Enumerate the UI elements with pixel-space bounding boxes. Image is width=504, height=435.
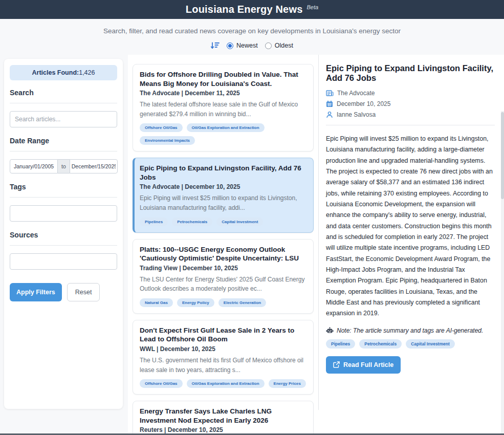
detail-title: Epic Piping to Expand Livingston Facilit… [326, 63, 495, 83]
detail-body: Epic Piping will invest $25 million to e… [326, 134, 495, 319]
article-detail-panel: Epic Piping to Expand Livingston Facilit… [318, 55, 504, 410]
detail-author: Ianne Salvosa [337, 111, 376, 118]
read-full-article-button[interactable]: Read Full Article [326, 356, 401, 374]
tag-chip: Environmental Impacts [140, 136, 195, 145]
ai-note: Note: The article summary and tags are A… [326, 327, 495, 334]
sort-oldest-option[interactable]: Oldest [265, 42, 293, 49]
divider [10, 103, 117, 103]
article-snippet: The U.S. government held its first Gulf … [140, 356, 306, 375]
tag-chip: Capital Investment [216, 217, 263, 226]
article-title: Epic Piping to Expand Livingston Facilit… [140, 164, 306, 182]
sort-newest-label: Newest [236, 42, 258, 49]
scrollbar-thumb[interactable] [501, 112, 504, 199]
article-card[interactable]: Bids for Offshore Drilling Doubled in Va… [133, 64, 314, 151]
sort-newest-option[interactable]: Newest [227, 42, 258, 49]
tag-chip: Energy Prices [269, 379, 306, 388]
sort-controls: Newest Oldest [0, 35, 504, 55]
date-to-input[interactable] [70, 159, 118, 173]
apply-filters-button[interactable]: Apply Filters [10, 283, 62, 301]
app-subtitle: Search, filter, and read curated news co… [0, 19, 504, 35]
app-header: Louisiana Energy News Beta [0, 0, 504, 19]
article-card[interactable]: Platts: 100--USGC Energy Economy Outlook… [133, 239, 314, 314]
divider [326, 125, 495, 125]
person-icon [326, 111, 333, 118]
article-tags: Offshore Oil/GasOil/Gas Exploration and … [140, 123, 306, 145]
tag-chip: Energy Policy [177, 298, 214, 307]
detail-source: The Advocate [337, 90, 375, 97]
tag-chip: Natural Gas [140, 298, 173, 307]
article-list: Bids for Offshore Drilling Doubled in Va… [128, 55, 318, 435]
tag-chip: Petrochemicals [359, 339, 402, 349]
tag-chip: Capital Investment [406, 339, 455, 349]
sort-oldest-label: Oldest [275, 42, 293, 49]
article-title: Platts: 100--USGC Energy Economy Outlook… [140, 245, 306, 263]
articles-found-box: Articles Found:1,426 [10, 65, 117, 80]
article-snippet: The latest federal offshore lease sale i… [140, 100, 306, 119]
sources-heading: Sources [10, 231, 117, 239]
app-title: Louisiana Energy News [186, 4, 303, 15]
articles-found-count: 1,426 [79, 69, 95, 76]
article-title: Energy Transfer Says Lake Charles LNG In… [140, 407, 306, 425]
radio-selected-icon[interactable] [227, 42, 233, 49]
article-title: Don't Expect First Gulf Lease Sale in 2 … [140, 326, 306, 344]
content-area: Bids for Offshore Drilling Doubled in Va… [128, 55, 504, 433]
detail-source-row: The Advocate [326, 90, 495, 97]
article-card[interactable]: Don't Expect First Gulf Lease Sale in 2 … [133, 320, 314, 395]
radio-unselected-icon[interactable] [265, 42, 272, 49]
calendar-icon [326, 100, 333, 107]
tag-chip: Electric Generation [218, 298, 266, 307]
sort-descending-icon[interactable] [211, 41, 220, 50]
tag-chip: Offshore Oil/Gas [140, 379, 183, 388]
article-meta: The Advocate | December 10, 2025 [140, 183, 306, 190]
article-title: Bids for Offshore Drilling Doubled in Va… [140, 70, 306, 88]
article-tags: PipelinesPetrochemicalsCapital Investmen… [140, 217, 306, 226]
divider [10, 197, 117, 198]
detail-date-row: December 10, 2025 [326, 100, 495, 107]
tag-chip: Pipelines [326, 339, 355, 349]
ai-note-text: Note: The article summary and tags are A… [337, 327, 483, 334]
vertical-scrollbar[interactable] [501, 111, 504, 435]
article-meta: WWL | December 10, 2025 [140, 345, 306, 353]
detail-tags: PipelinesPetrochemicalsCapital Investmen… [326, 339, 495, 349]
tag-chip: Offshore Oil/Gas [140, 123, 183, 132]
newspaper-icon [326, 90, 334, 97]
beta-badge: Beta [307, 4, 319, 10]
article-snippet: The LSU Center for Energy Studies' 2025 … [140, 275, 306, 294]
tag-chip: Petrochemicals [172, 217, 212, 226]
article-meta: Trading View | December 10, 2025 [140, 265, 306, 272]
article-tags: Offshore Oil/GasOil/Gas Exploration and … [140, 379, 306, 388]
read-full-article-label: Read Full Article [343, 361, 393, 368]
articles-found-label: Articles Found: [32, 69, 79, 76]
detail-date: December 10, 2025 [337, 100, 390, 107]
divider [10, 151, 117, 151]
tag-chip: Oil/Gas Exploration and Extraction [187, 379, 265, 388]
search-input[interactable] [10, 111, 117, 127]
date-to-label: to [58, 159, 70, 173]
tag-chip: Oil/Gas Exploration and Extraction [187, 123, 265, 132]
sources-input[interactable] [10, 253, 117, 270]
date-range-heading: Date Range [10, 137, 117, 145]
article-card[interactable]: Energy Transfer Says Lake Charles LNG In… [133, 401, 314, 435]
tags-heading: Tags [10, 183, 117, 191]
article-snippet: Epic Piping will invest $25 million to e… [140, 193, 306, 212]
reset-button[interactable]: Reset [67, 283, 100, 301]
article-meta: The Advocate | December 11, 2025 [140, 90, 306, 97]
date-from-input[interactable] [10, 159, 58, 173]
divider [10, 245, 117, 246]
article-meta: Reuters | December 10, 2025 [140, 426, 306, 433]
detail-author-row: Ianne Salvosa [326, 111, 495, 118]
tags-input[interactable] [10, 205, 117, 222]
search-heading: Search [10, 89, 117, 97]
filters-sidebar: Articles Found:1,426 Search Date Range t… [4, 59, 123, 409]
external-link-icon [333, 361, 340, 368]
tag-chip: Pipelines [140, 217, 168, 226]
article-tags: Natural GasEnergy PolicyElectric Generat… [140, 298, 306, 307]
article-card[interactable]: Epic Piping to Expand Livingston Facilit… [133, 158, 314, 232]
robot-icon [326, 327, 334, 334]
main-area: Articles Found:1,426 Search Date Range t… [0, 55, 504, 433]
